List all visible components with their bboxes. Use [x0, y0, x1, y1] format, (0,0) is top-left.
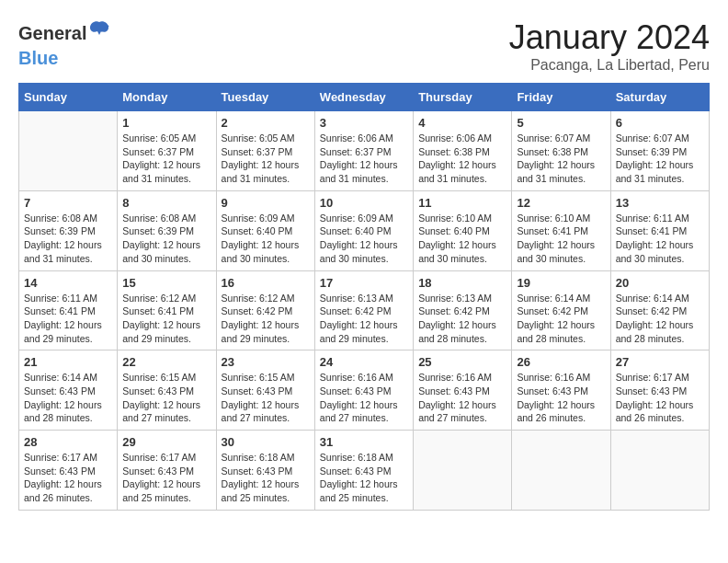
- date-number: 26: [517, 355, 605, 369]
- calendar-cell: 24 Sunrise: 6:16 AMSunset: 6:43 PMDaylig…: [314, 350, 413, 431]
- date-number: 23: [222, 355, 310, 369]
- calendar-week-row: 7 Sunrise: 6:08 AMSunset: 6:39 PMDayligh…: [19, 190, 710, 270]
- cell-info: Sunrise: 6:16 AMSunset: 6:43 PMDaylight:…: [418, 372, 496, 423]
- date-number: 5: [517, 116, 605, 130]
- calendar-cell: 26 Sunrise: 6:16 AMSunset: 6:43 PMDaylig…: [512, 350, 610, 431]
- calendar-cell: 27 Sunrise: 6:17 AMSunset: 6:43 PMDaylig…: [610, 350, 709, 431]
- date-number: 9: [222, 196, 310, 210]
- cell-info: Sunrise: 6:10 AMSunset: 6:40 PMDaylight:…: [418, 213, 496, 264]
- calendar-cell: 18 Sunrise: 6:13 AMSunset: 6:42 PMDaylig…: [414, 270, 512, 350]
- weekday-header-row: SundayMondayTuesdayWednesdayThursdayFrid…: [19, 84, 710, 111]
- calendar-cell: 25 Sunrise: 6:16 AMSunset: 6:43 PMDaylig…: [414, 350, 512, 431]
- calendar-cell: 4 Sunrise: 6:06 AMSunset: 6:38 PMDayligh…: [414, 111, 512, 191]
- calendar-cell: 31 Sunrise: 6:18 AMSunset: 6:43 PMDaylig…: [314, 431, 413, 511]
- calendar-cell: 16 Sunrise: 6:12 AMSunset: 6:42 PMDaylig…: [216, 270, 314, 350]
- calendar-cell: 5 Sunrise: 6:07 AMSunset: 6:38 PMDayligh…: [512, 111, 610, 191]
- cell-info: Sunrise: 6:06 AMSunset: 6:38 PMDaylight:…: [418, 132, 496, 184]
- calendar-week-row: 14 Sunrise: 6:11 AMSunset: 6:41 PMDaylig…: [19, 270, 710, 350]
- weekday-header-sunday: Sunday: [19, 84, 118, 111]
- date-number: 21: [24, 355, 112, 369]
- cell-info: Sunrise: 6:08 AMSunset: 6:39 PMDaylight:…: [24, 213, 102, 264]
- calendar-cell: [512, 431, 610, 511]
- calendar-cell: 29 Sunrise: 6:17 AMSunset: 6:43 PMDaylig…: [118, 431, 216, 511]
- date-number: 12: [517, 196, 605, 210]
- cell-info: Sunrise: 6:09 AMSunset: 6:40 PMDaylight:…: [320, 213, 398, 264]
- cell-info: Sunrise: 6:16 AMSunset: 6:43 PMDaylight:…: [517, 372, 595, 423]
- calendar-cell: 3 Sunrise: 6:06 AMSunset: 6:37 PMDayligh…: [314, 111, 413, 191]
- cell-info: Sunrise: 6:10 AMSunset: 6:41 PMDaylight:…: [517, 213, 595, 264]
- date-number: 31: [320, 435, 408, 449]
- calendar-week-row: 28 Sunrise: 6:17 AMSunset: 6:43 PMDaylig…: [19, 431, 710, 511]
- calendar-cell: 10 Sunrise: 6:09 AMSunset: 6:40 PMDaylig…: [314, 190, 413, 270]
- cell-info: Sunrise: 6:09 AMSunset: 6:40 PMDaylight:…: [222, 213, 300, 264]
- calendar-cell: 30 Sunrise: 6:18 AMSunset: 6:43 PMDaylig…: [216, 431, 314, 511]
- logo: General Blue: [18, 18, 110, 68]
- calendar-cell: 14 Sunrise: 6:11 AMSunset: 6:41 PMDaylig…: [19, 270, 118, 350]
- date-number: 22: [122, 355, 210, 369]
- cell-info: Sunrise: 6:08 AMSunset: 6:39 PMDaylight:…: [122, 213, 200, 264]
- calendar-cell: 21 Sunrise: 6:14 AMSunset: 6:43 PMDaylig…: [19, 350, 118, 431]
- date-number: 13: [616, 196, 704, 210]
- calendar-cell: 9 Sunrise: 6:09 AMSunset: 6:40 PMDayligh…: [216, 190, 314, 270]
- calendar-cell: 22 Sunrise: 6:15 AMSunset: 6:43 PMDaylig…: [118, 350, 216, 431]
- cell-info: Sunrise: 6:11 AMSunset: 6:41 PMDaylight:…: [24, 293, 102, 344]
- calendar-cell: 23 Sunrise: 6:15 AMSunset: 6:43 PMDaylig…: [216, 350, 314, 431]
- cell-info: Sunrise: 6:07 AMSunset: 6:38 PMDaylight:…: [517, 132, 595, 184]
- calendar-table: SundayMondayTuesdayWednesdayThursdayFrid…: [18, 83, 710, 511]
- calendar-cell: 28 Sunrise: 6:17 AMSunset: 6:43 PMDaylig…: [19, 431, 118, 511]
- logo-general: General: [18, 23, 86, 43]
- date-number: 16: [222, 276, 310, 290]
- date-number: 20: [616, 276, 704, 290]
- calendar-cell: 1 Sunrise: 6:05 AMSunset: 6:37 PMDayligh…: [118, 111, 216, 191]
- date-number: 15: [122, 276, 210, 290]
- title-block: January 2024 Pacanga, La Libertad, Peru: [509, 18, 710, 74]
- date-number: 24: [320, 355, 408, 369]
- cell-info: Sunrise: 6:14 AMSunset: 6:42 PMDaylight:…: [517, 293, 595, 344]
- cell-info: Sunrise: 6:12 AMSunset: 6:42 PMDaylight:…: [222, 293, 300, 344]
- logo-blue: Blue: [18, 48, 58, 68]
- date-number: 14: [24, 276, 112, 290]
- cell-info: Sunrise: 6:13 AMSunset: 6:42 PMDaylight:…: [418, 293, 496, 344]
- calendar-cell: 11 Sunrise: 6:10 AMSunset: 6:40 PMDaylig…: [414, 190, 512, 270]
- cell-info: Sunrise: 6:15 AMSunset: 6:43 PMDaylight:…: [222, 372, 300, 423]
- calendar-cell: 12 Sunrise: 6:10 AMSunset: 6:41 PMDaylig…: [512, 190, 610, 270]
- location-subtitle: Pacanga, La Libertad, Peru: [509, 57, 710, 74]
- date-number: 28: [24, 435, 112, 449]
- calendar-cell: [19, 111, 118, 191]
- cell-info: Sunrise: 6:06 AMSunset: 6:37 PMDaylight:…: [320, 132, 398, 184]
- calendar-cell: 2 Sunrise: 6:05 AMSunset: 6:37 PMDayligh…: [216, 111, 314, 191]
- date-number: 6: [616, 116, 704, 130]
- date-number: 25: [418, 355, 506, 369]
- cell-info: Sunrise: 6:12 AMSunset: 6:41 PMDaylight:…: [122, 293, 200, 344]
- date-number: 17: [320, 276, 408, 290]
- calendar-cell: [414, 431, 512, 511]
- date-number: 1: [122, 116, 210, 130]
- cell-info: Sunrise: 6:05 AMSunset: 6:37 PMDaylight:…: [222, 132, 300, 184]
- weekday-header-monday: Monday: [118, 84, 216, 111]
- calendar-cell: 13 Sunrise: 6:11 AMSunset: 6:41 PMDaylig…: [610, 190, 709, 270]
- weekday-header-friday: Friday: [512, 84, 610, 111]
- month-title: January 2024: [509, 18, 710, 57]
- calendar-cell: 19 Sunrise: 6:14 AMSunset: 6:42 PMDaylig…: [512, 270, 610, 350]
- cell-info: Sunrise: 6:11 AMSunset: 6:41 PMDaylight:…: [616, 213, 694, 264]
- weekday-header-thursday: Thursday: [414, 84, 512, 111]
- cell-info: Sunrise: 6:13 AMSunset: 6:42 PMDaylight:…: [320, 293, 398, 344]
- calendar-cell: 15 Sunrise: 6:12 AMSunset: 6:41 PMDaylig…: [118, 270, 216, 350]
- cell-info: Sunrise: 6:17 AMSunset: 6:43 PMDaylight:…: [616, 372, 694, 423]
- weekday-header-wednesday: Wednesday: [314, 84, 413, 111]
- weekday-header-saturday: Saturday: [610, 84, 709, 111]
- date-number: 8: [122, 196, 210, 210]
- date-number: 18: [418, 276, 506, 290]
- logo-bird-icon: [88, 18, 110, 44]
- date-number: 2: [222, 116, 310, 130]
- calendar-cell: 7 Sunrise: 6:08 AMSunset: 6:39 PMDayligh…: [19, 190, 118, 270]
- cell-info: Sunrise: 6:17 AMSunset: 6:43 PMDaylight:…: [24, 452, 102, 503]
- cell-info: Sunrise: 6:16 AMSunset: 6:43 PMDaylight:…: [320, 372, 398, 423]
- page-header: General Blue January 2024 Pacanga, La Li…: [18, 18, 710, 74]
- date-number: 3: [320, 116, 408, 130]
- cell-info: Sunrise: 6:15 AMSunset: 6:43 PMDaylight:…: [122, 372, 200, 423]
- date-number: 7: [24, 196, 112, 210]
- date-number: 30: [222, 435, 310, 449]
- cell-info: Sunrise: 6:17 AMSunset: 6:43 PMDaylight:…: [122, 452, 200, 503]
- cell-info: Sunrise: 6:14 AMSunset: 6:42 PMDaylight:…: [616, 293, 694, 344]
